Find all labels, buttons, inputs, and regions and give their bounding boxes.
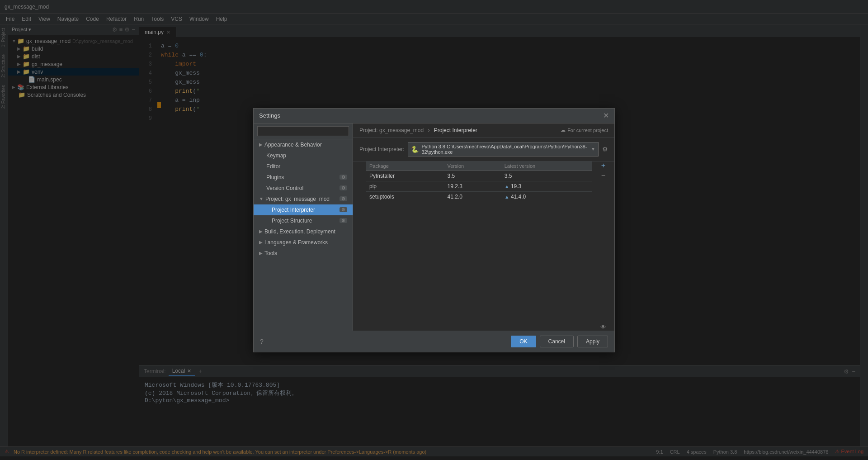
nav-build-arrow: ▶ (259, 229, 263, 234)
interpreter-select-text: Python 3.8 C:\Users\mechrevo\AppData\Loc… (421, 144, 591, 155)
nav-plugins[interactable]: Plugins ⚙ (254, 172, 353, 183)
pkg-table: Package Version Latest version PyInstall… (366, 161, 592, 202)
nav-version-control-label: Version Control (266, 185, 303, 191)
nav-project-structure-label: Project Structure (272, 218, 312, 224)
settings-search-input[interactable] (257, 126, 349, 136)
pkg-version-setuptools: 41.2.0 (443, 191, 500, 202)
dialog-close-icon[interactable]: ✕ (603, 112, 609, 119)
col-version: Version (443, 161, 500, 171)
nav-plugins-badge: ⚙ (340, 175, 347, 180)
python-icon: 🐍 (411, 146, 419, 153)
cloud-icon: ☁ (561, 127, 566, 133)
dialog-footer-buttons: OK Cancel Apply (511, 336, 608, 347)
nav-build-label: Build, Execution, Deployment (264, 228, 335, 235)
pkg-name-pip: pip (366, 181, 443, 191)
interpreter-gear-icon[interactable]: ⚙ (602, 146, 608, 153)
apply-button[interactable]: Apply (577, 336, 608, 347)
pkg-latest-pip: ▲ 19.3 (501, 181, 592, 191)
interpreter-row: Project Interpreter: 🐍 Python 3.8 C:\Use… (353, 138, 614, 161)
package-actions: + − 👁 (599, 161, 608, 331)
dialog-breadcrumb: Project: gx_message_mod › Project Interp… (353, 123, 614, 138)
nav-project-structure[interactable]: Project Structure ⚙ (254, 215, 353, 226)
packages-section: Package Version Latest version PyInstall… (359, 161, 608, 331)
nav-tools-label: Tools (264, 250, 277, 256)
nav-languages[interactable]: ▶ Languages & Frameworks (254, 237, 353, 248)
dialog-footer: ? OK Cancel Apply (254, 331, 614, 352)
dialog-nav: ▶ Appearance & Behavior Keymap Editor Pl… (254, 139, 353, 331)
pkg-latest-pyinstaller: 3.5 (501, 171, 592, 181)
nav-project[interactable]: ▼ Project: gx_message_mod ⚙ (254, 194, 353, 204)
pkg-version-pyinstaller: 3.5 (443, 171, 500, 181)
nav-project-interpreter[interactable]: Project Interpreter ⚙ (254, 204, 353, 215)
pkg-row-setuptools[interactable]: setuptools 41.2.0 ▲ 41.4.0 (366, 191, 592, 202)
pkg-row-pyinstaller[interactable]: PyInstaller 3.5 3.5 (366, 171, 592, 181)
nav-languages-label: Languages & Frameworks (264, 239, 328, 246)
nav-languages-arrow: ▶ (259, 240, 263, 245)
breadcrumb-root: Project: gx_message_mod (359, 127, 424, 133)
pkg-version-pip: 19.2.3 (443, 181, 500, 191)
inspect-package-button[interactable]: 👁 (600, 324, 606, 331)
nav-keymap-label: Keymap (266, 152, 286, 159)
nav-plugins-label: Plugins (266, 174, 284, 180)
interpreter-dropdown-arrow: ▼ (591, 147, 595, 152)
dialog-left-nav: ▶ Appearance & Behavior Keymap Editor Pl… (254, 123, 353, 331)
nav-project-interpreter-label: Project Interpreter (272, 207, 315, 213)
nav-appearance-arrow: ▶ (259, 142, 263, 147)
nav-build[interactable]: ▶ Build, Execution, Deployment (254, 226, 353, 237)
pkg-row-pip[interactable]: pip 19.2.3 ▲ 19.3 (366, 181, 592, 191)
packages-table: Package Version Latest version PyInstall… (366, 161, 592, 331)
nav-keymap[interactable]: Keymap (254, 150, 353, 161)
nav-appearance-label: Appearance & Behavior (264, 142, 322, 148)
col-package: Package (366, 161, 443, 171)
nav-tools-arrow: ▶ (259, 251, 263, 256)
dialog-right-content: Project: gx_message_mod › Project Interp… (353, 123, 614, 331)
col-latest: Latest version (501, 161, 592, 171)
pkg-latest-setuptools: ▲ 41.4.0 (501, 191, 592, 202)
dialog-body: ▶ Appearance & Behavior Keymap Editor Pl… (254, 123, 614, 331)
nav-tools[interactable]: ▶ Tools (254, 248, 353, 259)
dialog-search (254, 123, 353, 139)
dialog-title-bar: Settings ✕ (254, 109, 614, 123)
pkg-name-pyinstaller: PyInstaller (366, 171, 443, 181)
nav-appearance[interactable]: ▶ Appearance & Behavior (254, 139, 353, 150)
nav-editor[interactable]: Editor (254, 161, 353, 172)
interpreter-select[interactable]: 🐍 Python 3.8 C:\Users\mechrevo\AppData\L… (408, 142, 599, 156)
nav-project-badge: ⚙ (340, 196, 347, 201)
interpreter-label: Project Interpreter: (359, 146, 404, 152)
help-icon[interactable]: ? (260, 338, 264, 345)
for-current-label: For current project (567, 128, 608, 133)
add-package-button[interactable]: + (601, 161, 605, 170)
nav-ps-badge: ⚙ (340, 218, 347, 223)
breadcrumb-current: Project Interpreter (434, 127, 477, 133)
nav-project-arrow: ▼ (259, 196, 264, 201)
nav-vc-badge: ⚙ (340, 185, 347, 190)
nav-editor-label: Editor (266, 163, 280, 170)
settings-dialog: Settings ✕ ▶ Appearance & Behavior Keyma… (253, 108, 615, 352)
dialog-title: Settings (259, 112, 280, 119)
pkg-name-setuptools: setuptools (366, 191, 443, 202)
nav-project-label: Project: gx_message_mod (265, 196, 330, 202)
breadcrumb-path: Project: gx_message_mod › Project Interp… (359, 127, 477, 133)
nav-pi-badge: ⚙ (340, 207, 347, 212)
modal-overlay: Settings ✕ ▶ Appearance & Behavior Keyma… (0, 0, 868, 460)
ok-button[interactable]: OK (511, 336, 536, 347)
nav-version-control[interactable]: Version Control ⚙ (254, 183, 353, 194)
remove-package-button[interactable]: − (601, 171, 605, 180)
pkg-table-header: Package Version Latest version (366, 161, 592, 171)
cancel-button[interactable]: Cancel (540, 336, 574, 347)
for-current-project: ☁ For current project (561, 127, 608, 133)
